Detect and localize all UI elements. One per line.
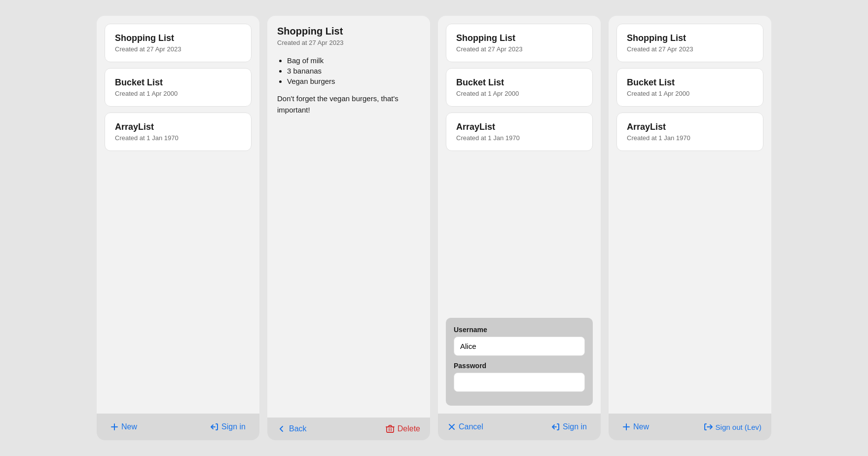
signin-icon [551, 422, 560, 431]
panel-4-footer: New Sign out (Lev) [609, 414, 771, 440]
panel-3-content: Shopping List Created at 27 Apr 2023 Buc… [438, 16, 601, 318]
username-input[interactable] [454, 337, 585, 356]
password-input[interactable] [454, 373, 585, 392]
detail-item-0: Bag of milk [287, 56, 420, 65]
cancel-button[interactable]: Cancel [448, 422, 483, 431]
back-button[interactable]: Back [277, 424, 307, 433]
list-card-bucket-4[interactable]: Bucket List Created at 1 Apr 2000 [616, 68, 763, 107]
new-button[interactable]: New [107, 420, 141, 433]
list-card-title: Shopping List [456, 33, 582, 43]
panel-4-content: Shopping List Created at 27 Apr 2023 Buc… [609, 16, 771, 414]
x-icon [448, 423, 456, 431]
list-card-date: Created at 1 Apr 2000 [115, 90, 241, 97]
plus-icon [622, 423, 630, 431]
list-card-date: Created at 1 Apr 2000 [627, 90, 753, 97]
signout-button[interactable]: Sign out (Lev) [704, 422, 761, 431]
list-card-date: Created at 1 Jan 1970 [627, 134, 753, 142]
panel-2-footer: Back Delete [267, 418, 430, 440]
detail-note: Don't forget the vegan burgers, that's i… [277, 93, 420, 115]
list-card-title: Shopping List [115, 33, 241, 43]
list-card-arraylist-3[interactable]: ArrayList Created at 1 Jan 1970 [446, 113, 593, 151]
detail-item-1: 3 bananas [287, 67, 420, 75]
signin-button-3[interactable]: Sign in [547, 420, 591, 433]
panel-1-content: Shopping List Created at 27 Apr 2023 Buc… [97, 16, 259, 414]
list-card-title: ArrayList [115, 122, 241, 132]
signin-button[interactable]: Sign in [206, 420, 250, 433]
login-overlay: Username Password [446, 318, 593, 406]
password-label: Password [454, 362, 585, 370]
list-card-title: Bucket List [456, 77, 582, 88]
signin-icon [210, 422, 218, 431]
detail-items-list: Bag of milk 3 bananas Vegan burgers [277, 56, 420, 85]
list-card-shopping-4[interactable]: Shopping List Created at 27 Apr 2023 [616, 24, 763, 62]
list-card-title: Bucket List [115, 77, 241, 88]
panel-2: Shopping List Created at 27 Apr 2023 Bag… [267, 16, 430, 440]
detail-item-2: Vegan burgers [287, 77, 420, 85]
panel-2-content: Shopping List Created at 27 Apr 2023 Bag… [267, 16, 430, 418]
detail-date: Created at 27 Apr 2023 [277, 39, 420, 46]
detail-title: Shopping List [277, 26, 420, 37]
list-card-date: Created at 27 Apr 2023 [115, 45, 241, 53]
list-card-title: ArrayList [456, 122, 582, 132]
list-card-arraylist[interactable]: ArrayList Created at 1 Jan 1970 [105, 113, 252, 151]
list-card-title: ArrayList [627, 122, 753, 132]
svg-rect-2 [387, 427, 394, 432]
username-label: Username [454, 326, 585, 334]
plus-icon [110, 423, 118, 431]
list-card-shopping[interactable]: Shopping List Created at 27 Apr 2023 [105, 24, 252, 62]
panel-4: Shopping List Created at 27 Apr 2023 Buc… [609, 16, 771, 440]
list-card-bucket[interactable]: Bucket List Created at 1 Apr 2000 [105, 68, 252, 107]
list-card-date: Created at 1 Jan 1970 [456, 134, 582, 142]
back-arrow-icon [277, 424, 286, 433]
list-card-arraylist-4[interactable]: ArrayList Created at 1 Jan 1970 [616, 113, 763, 151]
new-button-4[interactable]: New [618, 420, 653, 433]
list-card-shopping-3[interactable]: Shopping List Created at 27 Apr 2023 [446, 24, 593, 62]
panel-1-footer: New Sign in [97, 414, 259, 440]
trash-icon [386, 424, 395, 433]
list-card-date: Created at 27 Apr 2023 [627, 45, 753, 53]
panel-3-footer: Cancel Sign in [438, 414, 601, 440]
list-card-title: Bucket List [627, 77, 753, 88]
panel-3: Shopping List Created at 27 Apr 2023 Buc… [438, 16, 601, 440]
list-card-title: Shopping List [627, 33, 753, 43]
signout-icon [704, 422, 713, 431]
delete-button[interactable]: Delete [386, 424, 420, 433]
list-card-bucket-3[interactable]: Bucket List Created at 1 Apr 2000 [446, 68, 593, 107]
panel-1: Shopping List Created at 27 Apr 2023 Buc… [97, 16, 259, 440]
list-card-date: Created at 1 Jan 1970 [115, 134, 241, 142]
list-card-date: Created at 1 Apr 2000 [456, 90, 582, 97]
list-card-date: Created at 27 Apr 2023 [456, 45, 582, 53]
